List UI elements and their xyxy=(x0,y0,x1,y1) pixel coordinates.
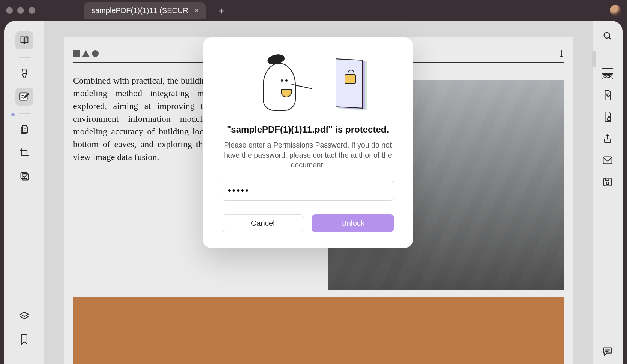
search-icon[interactable] xyxy=(600,28,615,43)
close-tab-button[interactable]: × xyxy=(193,6,201,15)
convert-icon[interactable] xyxy=(600,88,615,103)
right-toolbar: OCR xyxy=(592,21,622,364)
active-tool-indicator-icon xyxy=(11,113,15,116)
copy-page-tool-icon[interactable] xyxy=(15,121,33,139)
window-controls xyxy=(6,7,35,14)
layers-icon[interactable] xyxy=(15,307,33,325)
divider xyxy=(19,113,30,114)
unlock-button[interactable]: Unlock xyxy=(312,214,394,232)
scrollbar-thumb[interactable] xyxy=(592,51,596,67)
bookmark-icon[interactable] xyxy=(15,330,33,348)
password-input[interactable] xyxy=(222,181,394,201)
page-color-block xyxy=(73,297,564,364)
reader-tool-icon[interactable] xyxy=(15,31,33,49)
redact-tool-icon[interactable] xyxy=(15,167,33,185)
comments-icon[interactable] xyxy=(600,344,615,359)
shapes-icon xyxy=(73,50,99,57)
svg-rect-5 xyxy=(603,157,612,164)
password-modal: "samplePDF(1)(1)11.pdf" is protected. Pl… xyxy=(203,37,413,248)
highlighter-tool-icon[interactable] xyxy=(15,64,33,82)
user-avatar[interactable] xyxy=(610,5,621,16)
svg-point-7 xyxy=(606,182,609,185)
minimize-window-button[interactable] xyxy=(17,7,24,14)
lock-file-icon[interactable] xyxy=(600,109,615,124)
zoom-window-button[interactable] xyxy=(28,7,35,14)
new-tab-button[interactable]: ＋ xyxy=(216,4,226,17)
modal-title: "samplePDF(1)(1)11.pdf" is protected. xyxy=(222,124,394,135)
tab-title: samplePDF(1)(1)11 (SECUR xyxy=(92,6,188,15)
ocr-label: OCR xyxy=(602,74,613,79)
titlebar: samplePDF(1)(1)11 (SECUR × ＋ xyxy=(0,0,627,21)
edit-tool-icon[interactable] xyxy=(15,88,33,106)
save-icon[interactable] xyxy=(600,175,615,189)
cancel-button[interactable]: Cancel xyxy=(222,214,304,232)
app-window: 1 Combined with practical, the building … xyxy=(4,21,622,364)
share-icon[interactable] xyxy=(600,131,615,146)
crop-tool-icon[interactable] xyxy=(15,144,33,162)
document-tab[interactable]: samplePDF(1)(1)11 (SECUR × xyxy=(84,2,206,19)
modal-message: Please enter a Permissions Password. If … xyxy=(224,140,392,170)
divider xyxy=(19,57,30,58)
mail-icon[interactable] xyxy=(600,153,615,168)
ocr-icon[interactable]: OCR xyxy=(600,66,615,81)
left-toolbar xyxy=(4,21,44,364)
close-window-button[interactable] xyxy=(6,7,13,14)
protected-illustration-icon xyxy=(222,51,394,115)
document-viewport[interactable]: 1 Combined with practical, the building … xyxy=(44,21,592,364)
page-number: 1 xyxy=(559,48,564,59)
